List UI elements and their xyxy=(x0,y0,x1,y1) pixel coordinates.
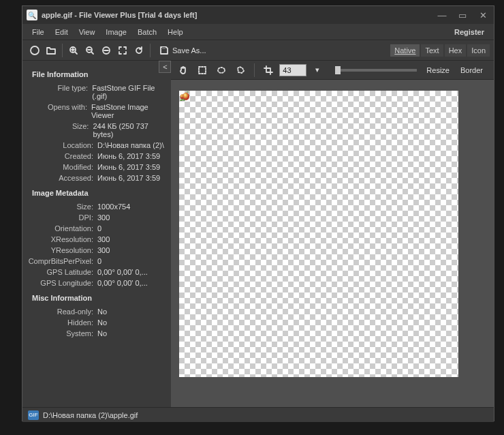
menu-batch[interactable]: Batch xyxy=(132,26,162,38)
app-icon: 🔍 xyxy=(27,10,37,20)
zoom-in-button[interactable] xyxy=(65,42,82,59)
save-as-button[interactable]: Save As... xyxy=(153,45,212,56)
info-key: Location: xyxy=(25,141,97,149)
svg-point-10 xyxy=(184,93,186,96)
minimize-button[interactable]: — xyxy=(435,10,449,20)
svg-text:i: i xyxy=(33,46,35,55)
info-value: 0 xyxy=(97,257,101,265)
info-row: Hidden:No xyxy=(25,317,166,328)
crop-tool[interactable] xyxy=(260,62,277,78)
transparency-background xyxy=(179,91,458,377)
info-key: File type: xyxy=(25,84,92,100)
info-key: DPI: xyxy=(25,213,97,222)
info-sidebar: < File Information File type:FastStone G… xyxy=(22,61,171,407)
file-info-header: File Information xyxy=(25,65,166,82)
info-key: Modified: xyxy=(25,163,97,171)
view-mode-tabs: Native Text Hex Icon xyxy=(390,44,490,57)
info-row: Size:244 КБ (250 737 bytes) xyxy=(25,121,166,140)
tab-icon[interactable]: Icon xyxy=(467,44,490,57)
menu-register[interactable]: Register xyxy=(449,26,490,38)
misc-header: Misc Information xyxy=(25,288,166,306)
info-row: ComprBitsPerPixel:0 xyxy=(25,256,166,267)
separator xyxy=(254,63,255,77)
open-button[interactable] xyxy=(43,42,59,59)
info-row: Modified:Июнь 6, 2017 3:59 xyxy=(25,162,166,172)
crop-dropdown[interactable]: ▾ xyxy=(309,62,326,78)
info-value: Июнь 6, 2017 3:59 xyxy=(97,152,160,160)
svg-point-7 xyxy=(218,68,225,73)
titlebar[interactable]: 🔍 apple.gif - File Viewer Plus [Trial 4 … xyxy=(22,6,494,24)
info-key: Opens with: xyxy=(25,103,91,119)
menu-image[interactable]: Image xyxy=(100,26,132,38)
info-value: 244 КБ (250 737 bytes) xyxy=(93,122,166,138)
info-row: Orientation:0 xyxy=(25,223,166,234)
info-row: DPI:300 xyxy=(25,212,166,223)
zoom-slider[interactable] xyxy=(335,69,417,72)
hand-tool[interactable] xyxy=(175,62,191,78)
info-row: XResolution:300 xyxy=(25,234,166,245)
info-value: FastStone GIF File (.gif) xyxy=(92,84,166,100)
info-key: Size: xyxy=(25,122,93,138)
main-toolbar: i Save As... Native Text Hex Icon xyxy=(22,40,494,61)
tab-native[interactable]: Native xyxy=(390,44,420,57)
info-value: 1000x754 xyxy=(97,202,130,211)
window-title: apple.gif - File Viewer Plus [Trial 4 da… xyxy=(42,11,435,19)
separator xyxy=(62,44,63,57)
info-key: XResolution: xyxy=(25,235,97,243)
svg-rect-5 xyxy=(162,47,166,49)
main-panel: ▾ Resize Border xyxy=(171,61,494,407)
file-type-icon: GIF xyxy=(28,410,39,420)
info-value: D:\Новая папка (2)\ xyxy=(97,141,164,149)
info-value: No xyxy=(97,329,107,338)
metadata-list: Size:1000x754DPI:300Orientation:0XResolu… xyxy=(25,201,166,288)
marquee-rect-tool[interactable] xyxy=(194,62,210,78)
image-canvas[interactable] xyxy=(171,80,494,407)
save-as-label: Save As... xyxy=(172,46,206,55)
marquee-ellipse-tool[interactable] xyxy=(213,62,230,78)
tab-hex[interactable]: Hex xyxy=(445,44,467,57)
maximize-button[interactable]: ▭ xyxy=(456,10,469,20)
zoom-out-button[interactable] xyxy=(82,42,98,59)
tab-text[interactable]: Text xyxy=(421,44,443,57)
info-key: Read-only: xyxy=(25,308,97,316)
zoom-fit-button[interactable] xyxy=(98,42,114,59)
menu-view[interactable]: View xyxy=(74,26,101,38)
app-window: 🔍 apple.gif - File Viewer Plus [Trial 4 … xyxy=(22,5,494,421)
info-value: FastStone Image Viewer xyxy=(91,103,166,119)
info-value: 0,00° 0,00' 0,... xyxy=(97,268,148,276)
info-button[interactable]: i xyxy=(27,42,43,59)
status-path: D:\Новая папка (2)\apple.gif xyxy=(43,411,138,419)
info-row: System:No xyxy=(25,328,166,339)
menu-edit[interactable]: Edit xyxy=(50,26,74,38)
file-info-list: File type:FastStone GIF File (.gif)Opens… xyxy=(25,82,166,183)
info-key: ComprBitsPerPixel: xyxy=(25,257,97,265)
info-row: GPS Latitude:0,00° 0,00' 0,... xyxy=(25,267,166,278)
info-key: Created: xyxy=(25,152,97,160)
info-row: Accessed:Июнь 6, 2017 3:59 xyxy=(25,172,166,183)
fullscreen-button[interactable] xyxy=(114,42,131,59)
menu-help[interactable]: Help xyxy=(162,26,189,38)
info-row: YResolution:300 xyxy=(25,245,166,256)
info-key: YResolution: xyxy=(25,246,97,254)
refresh-button[interactable] xyxy=(131,42,147,59)
info-value: Июнь 6, 2017 3:59 xyxy=(97,174,160,182)
svg-rect-6 xyxy=(199,67,206,74)
border-link[interactable]: Border xyxy=(460,66,483,74)
info-row: Location:D:\Новая папка (2)\ xyxy=(25,140,166,151)
info-value: 0 xyxy=(97,224,101,232)
close-button[interactable]: ✕ xyxy=(476,10,490,20)
info-row: Created:Июнь 6, 2017 3:59 xyxy=(25,151,166,162)
info-row: Opens with:FastStone Image Viewer xyxy=(25,102,166,121)
menubar: File Edit View Image Batch Help Register xyxy=(22,24,494,40)
separator xyxy=(150,44,151,57)
menu-file[interactable]: File xyxy=(27,26,50,38)
info-row: File type:FastStone GIF File (.gif) xyxy=(25,82,166,102)
resize-link[interactable]: Resize xyxy=(426,66,450,74)
info-key: System: xyxy=(25,329,97,338)
collapse-sidebar-button[interactable]: < xyxy=(159,61,171,73)
info-value: Июнь 6, 2017 3:59 xyxy=(97,163,160,171)
statusbar: GIF D:\Новая папка (2)\apple.gif xyxy=(22,407,494,422)
lasso-tool[interactable] xyxy=(232,62,249,78)
slider-thumb[interactable] xyxy=(335,66,341,74)
crop-value-input[interactable] xyxy=(279,64,306,76)
